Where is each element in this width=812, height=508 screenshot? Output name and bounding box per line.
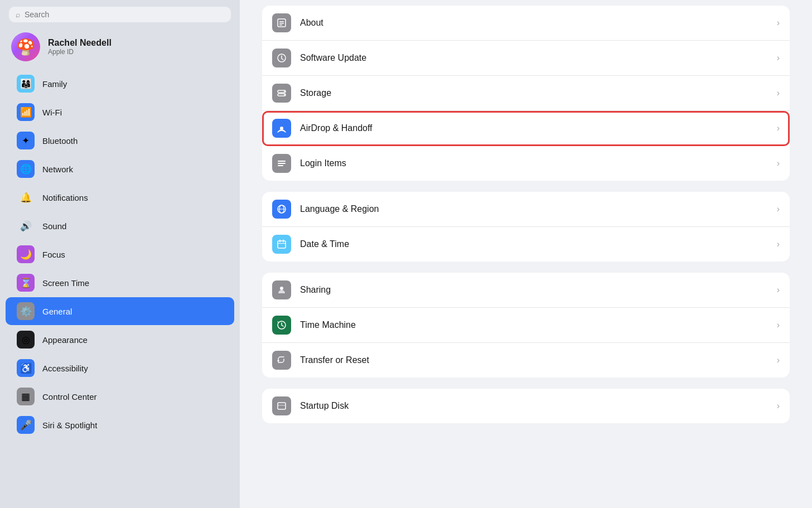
sidebar-item-screentime[interactable]: ⌛Screen Time xyxy=(6,269,234,297)
search-icon: ⌕ xyxy=(16,10,20,19)
screentime-icon: ⌛ xyxy=(17,274,35,292)
profile-text: Rachel Needell Apple ID xyxy=(48,38,112,56)
svg-point-7 xyxy=(284,91,285,92)
airdrop-chevron-icon: › xyxy=(777,123,780,133)
sidebar-items: 👨‍👩‍👧Family📶Wi-Fi✦Bluetooth🌐Network🔔Noti… xyxy=(0,69,240,439)
about-row-label: About xyxy=(300,18,768,28)
sidebar-item-bluetooth[interactable]: ✦Bluetooth xyxy=(6,127,234,154)
notifications-icon: 🔔 xyxy=(17,188,35,206)
storage-chevron-icon: › xyxy=(777,88,780,98)
sound-icon: 🔊 xyxy=(17,217,35,235)
timemachine-row-label: Time Machine xyxy=(300,320,768,330)
svg-rect-22 xyxy=(278,403,286,409)
svg-rect-16 xyxy=(278,241,286,248)
sidebar-label-bluetooth: Bluetooth xyxy=(42,136,78,146)
softwareupdate-chevron-icon: › xyxy=(777,53,780,63)
storage-row-icon xyxy=(272,84,291,103)
settings-row-loginitems[interactable]: Login Items› xyxy=(262,146,790,181)
sidebar-item-controlcenter[interactable]: ▦Control Center xyxy=(6,383,234,410)
sharing-row-label: Sharing xyxy=(300,285,768,295)
loginitems-chevron-icon: › xyxy=(777,158,780,168)
sidebar-label-siri: Siri & Spotlight xyxy=(42,420,97,430)
softwareupdate-row-icon xyxy=(272,49,291,67)
search-bar[interactable]: ⌕ xyxy=(9,7,231,22)
settings-row-datetime[interactable]: Date & Time› xyxy=(262,227,790,262)
avatar: 🍄 xyxy=(11,32,40,61)
sidebar-item-wifi[interactable]: 📶Wi-Fi xyxy=(6,98,234,126)
about-chevron-icon: › xyxy=(777,18,780,28)
settings-row-softwareupdate[interactable]: Software Update› xyxy=(262,41,790,76)
startupdisk-row-icon xyxy=(272,396,291,415)
settings-row-startupdisk[interactable]: Startup Disk› xyxy=(262,389,790,423)
main-content: About›Software Update›Storage›AirDrop & … xyxy=(240,0,812,508)
svg-point-8 xyxy=(284,94,285,95)
sidebar-item-siri[interactable]: 🎤Siri & Spotlight xyxy=(6,411,234,439)
settings-row-sharing[interactable]: Sharing› xyxy=(262,273,790,308)
sidebar-label-screentime: Screen Time xyxy=(42,278,89,288)
sidebar-label-network: Network xyxy=(42,165,73,174)
about-row-icon xyxy=(272,13,291,32)
controlcenter-icon: ▦ xyxy=(17,388,35,405)
svg-point-20 xyxy=(280,287,283,290)
language-chevron-icon: › xyxy=(777,204,780,214)
datetime-row-icon xyxy=(272,235,291,254)
search-input[interactable] xyxy=(25,10,224,19)
sidebar-label-sound: Sound xyxy=(42,221,66,231)
sidebar-label-accessibility: Accessibility xyxy=(42,364,88,373)
transfer-chevron-icon: › xyxy=(777,355,780,365)
sidebar-item-network[interactable]: 🌐Network xyxy=(6,155,234,183)
settings-row-timemachine[interactable]: Time Machine› xyxy=(262,308,790,343)
svg-rect-23 xyxy=(278,405,286,406)
svg-rect-10 xyxy=(278,161,286,162)
loginitems-row-label: Login Items xyxy=(300,158,768,168)
loginitems-row-icon xyxy=(272,154,291,173)
settings-list: About›Software Update›Storage›AirDrop & … xyxy=(240,0,812,440)
airdrop-row-icon xyxy=(272,119,291,138)
sidebar-label-appearance: Appearance xyxy=(42,335,88,345)
softwareupdate-row-label: Software Update xyxy=(300,53,768,63)
sharing-chevron-icon: › xyxy=(777,285,780,295)
sidebar: ⌕ 🍄 Rachel Needell Apple ID 👨‍👩‍👧Family📶… xyxy=(0,0,240,508)
sidebar-item-general[interactable]: ⚙️General xyxy=(6,297,234,325)
sidebar-item-appearance[interactable]: ◎Appearance xyxy=(6,326,234,354)
settings-row-about[interactable]: About› xyxy=(262,6,790,41)
profile-item[interactable]: 🍄 Rachel Needell Apple ID xyxy=(0,27,240,67)
svg-rect-3 xyxy=(279,25,282,26)
siri-icon: 🎤 xyxy=(17,416,35,434)
settings-row-transfer[interactable]: Transfer or Reset› xyxy=(262,343,790,378)
sidebar-label-controlcenter: Control Center xyxy=(42,392,97,401)
sidebar-item-focus[interactable]: 🌙Focus xyxy=(6,240,234,268)
settings-row-storage[interactable]: Storage› xyxy=(262,76,790,111)
timemachine-chevron-icon: › xyxy=(777,320,780,330)
focus-icon: 🌙 xyxy=(17,245,35,263)
datetime-chevron-icon: › xyxy=(777,239,780,249)
sidebar-item-family[interactable]: 👨‍👩‍👧Family xyxy=(6,70,234,98)
general-icon: ⚙️ xyxy=(17,302,35,320)
sidebar-label-notifications: Notifications xyxy=(42,193,88,202)
bluetooth-icon: ✦ xyxy=(17,132,35,149)
startupdisk-row-label: Startup Disk xyxy=(300,401,768,411)
accessibility-icon: ♿ xyxy=(17,359,35,377)
settings-group-group4: Startup Disk› xyxy=(262,389,790,423)
timemachine-row-icon xyxy=(272,316,291,335)
wifi-icon: 📶 xyxy=(17,103,35,121)
svg-rect-12 xyxy=(278,165,283,166)
settings-group-group1: About›Software Update›Storage›AirDrop & … xyxy=(262,6,790,181)
sidebar-item-sound[interactable]: 🔊Sound xyxy=(6,212,234,240)
family-icon: 👨‍👩‍👧 xyxy=(17,75,35,93)
language-row-label: Language & Region xyxy=(300,204,768,214)
sidebar-item-accessibility[interactable]: ♿Accessibility xyxy=(6,354,234,382)
network-icon: 🌐 xyxy=(17,160,35,178)
profile-name: Rachel Needell xyxy=(48,38,112,48)
settings-row-airdrop[interactable]: AirDrop & Handoff› xyxy=(262,111,790,146)
language-row-icon xyxy=(272,200,291,219)
sidebar-label-focus: Focus xyxy=(42,250,65,259)
transfer-row-label: Transfer or Reset xyxy=(300,355,768,365)
sharing-row-icon xyxy=(272,280,291,299)
datetime-row-label: Date & Time xyxy=(300,239,768,249)
svg-rect-2 xyxy=(279,23,284,24)
sidebar-label-general: General xyxy=(42,307,72,316)
sidebar-item-notifications[interactable]: 🔔Notifications xyxy=(6,183,234,211)
settings-row-language[interactable]: Language & Region› xyxy=(262,192,790,227)
sidebar-label-family: Family xyxy=(42,79,67,89)
